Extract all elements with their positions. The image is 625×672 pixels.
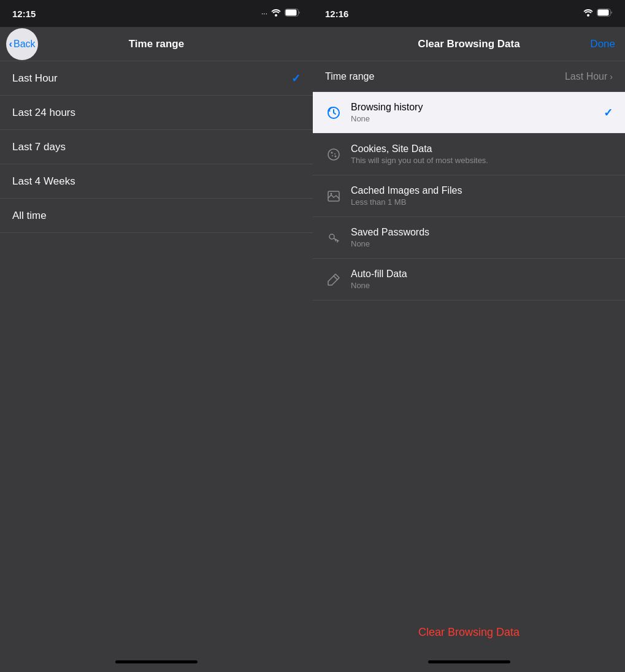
clear-browsing-data-button[interactable]: Clear Browsing Data: [418, 626, 520, 639]
autofill-content: Auto-fill Data None: [351, 269, 613, 290]
back-button[interactable]: ‹ Back: [6, 28, 38, 60]
browsing-history-check: ✓: [604, 106, 613, 120]
item-cached[interactable]: Cached Images and Files Less than 1 MB: [313, 175, 625, 217]
list-item-last-24[interactable]: Last 24 hours: [0, 96, 313, 130]
checkmark-last-hour: ✓: [291, 72, 301, 85]
key-icon: [325, 229, 342, 246]
status-bar-right: 12:16: [313, 0, 625, 27]
time-left: 12:15: [12, 9, 36, 19]
item-autofill[interactable]: Auto-fill Data None: [313, 259, 625, 300]
nav-bar-left: ‹ Back Time range: [0, 27, 313, 61]
cookie-icon: [325, 146, 342, 163]
status-icons-right: [583, 8, 613, 19]
phone-left: 12:15 ··· ‹ Back T: [0, 0, 313, 672]
passwords-subtitle: None: [351, 239, 613, 248]
browsing-history-subtitle: None: [351, 114, 595, 123]
item-browsing-history[interactable]: Browsing history None ✓: [313, 92, 625, 134]
time-range-row[interactable]: Time range Last Hour ›: [313, 61, 625, 92]
svg-point-3: [587, 14, 589, 17]
battery-icon-left: [285, 8, 301, 19]
nav-title-right: Clear Browsing Data: [418, 38, 520, 50]
browsing-history-title: Browsing history: [351, 102, 595, 113]
item-passwords[interactable]: Saved Passwords None: [313, 217, 625, 259]
passwords-content: Saved Passwords None: [351, 227, 613, 248]
home-indicator-right: [313, 651, 625, 672]
passwords-title: Saved Passwords: [351, 227, 613, 238]
wifi-icon-right: [583, 8, 593, 19]
phone-right: 12:16 Clear Browsing Data Done: [313, 0, 625, 672]
time-range-value: Last Hour ›: [565, 71, 613, 82]
list-item-last-7[interactable]: Last 7 days: [0, 130, 313, 164]
last-4-label: Last 4 Weeks: [12, 175, 75, 188]
time-right: 12:16: [325, 9, 348, 19]
time-range-selected: Last Hour: [565, 71, 607, 82]
svg-point-10: [332, 155, 333, 156]
svg-rect-2: [286, 10, 297, 16]
history-icon: [325, 104, 342, 121]
home-bar-right: [428, 660, 510, 663]
back-label[interactable]: Back: [13, 39, 36, 50]
item-cookies[interactable]: Cookies, Site Data This will sign you ou…: [313, 134, 625, 175]
autofill-icon: [325, 271, 342, 288]
svg-point-13: [331, 193, 332, 194]
wifi-icon-left: [271, 8, 281, 19]
list-item-all-time[interactable]: All time: [0, 199, 313, 233]
last-24-label: Last 24 hours: [12, 107, 75, 119]
nav-bar-right: Clear Browsing Data Done: [313, 27, 625, 61]
list-item-last-hour[interactable]: Last Hour ✓: [0, 61, 313, 96]
cookies-subtitle: This will sign you out of most websites.: [351, 156, 613, 165]
time-range-label: Time range: [325, 71, 374, 82]
cached-icon: [325, 188, 342, 205]
status-icons-left: ···: [261, 8, 301, 19]
back-chevron-icon: ‹: [9, 38, 12, 50]
svg-point-8: [331, 151, 333, 153]
cached-title: Cached Images and Files: [351, 185, 613, 196]
svg-rect-5: [598, 10, 609, 16]
autofill-title: Auto-fill Data: [351, 269, 613, 280]
autofill-subtitle: None: [351, 281, 613, 290]
home-bar-left: [115, 660, 197, 663]
nav-title-left: Time range: [129, 38, 184, 50]
svg-point-7: [328, 149, 339, 160]
svg-point-11: [335, 155, 337, 157]
browsing-history-content: Browsing history None: [351, 102, 595, 123]
home-indicator-left: [0, 651, 313, 672]
list-item-last-4-weeks[interactable]: Last 4 Weeks: [0, 164, 313, 199]
all-time-label: All time: [12, 210, 47, 222]
last-hour-label: Last Hour: [12, 72, 58, 85]
signal-icon-left: ···: [261, 9, 267, 18]
clear-button-container: Clear Browsing Data: [313, 614, 625, 651]
cached-content: Cached Images and Files Less than 1 MB: [351, 185, 613, 207]
cookies-content: Cookies, Site Data This will sign you ou…: [351, 143, 613, 165]
svg-point-9: [334, 153, 336, 155]
cached-subtitle: Less than 1 MB: [351, 197, 613, 207]
last-7-label: Last 7 days: [12, 141, 66, 153]
chevron-right-icon: ›: [610, 72, 613, 82]
svg-point-0: [275, 14, 277, 17]
cookies-title: Cookies, Site Data: [351, 143, 613, 155]
time-range-list: Last Hour ✓ Last 24 hours Last 7 days La…: [0, 61, 313, 651]
battery-icon-right: [597, 8, 613, 19]
clear-data-list: Browsing history None ✓ Cookies, Site Da…: [313, 92, 625, 651]
done-button[interactable]: Done: [590, 38, 615, 50]
status-bar-left: 12:15 ···: [0, 0, 313, 27]
